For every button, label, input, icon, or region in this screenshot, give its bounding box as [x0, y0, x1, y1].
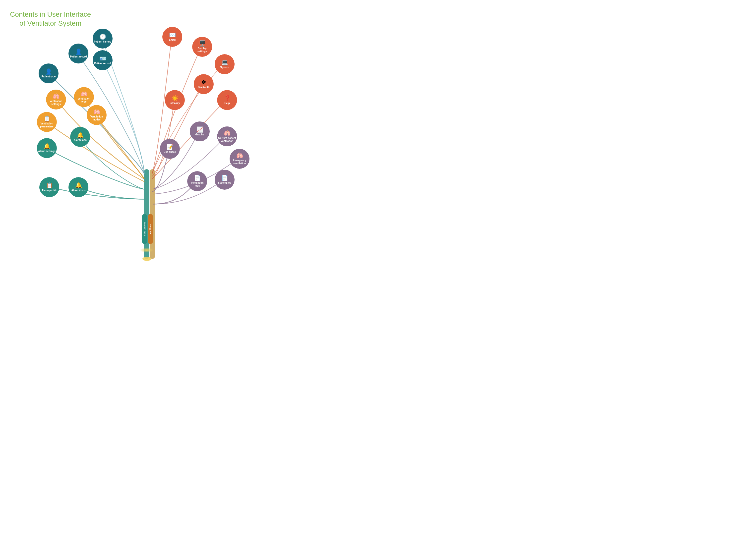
- patient-record2-label: Patient record: [93, 62, 112, 65]
- use-check-icon: 📝: [166, 144, 173, 150]
- alarm-profile-label: Alarm profile: [41, 189, 58, 192]
- ventilation-settings-node[interactable]: 🫁 Ventilation settings: [46, 89, 66, 109]
- bluetooth-label: Bluetooth: [197, 86, 211, 89]
- ventilation-params-icon: 📋: [44, 116, 50, 122]
- intensity-label: Intensity: [169, 102, 181, 105]
- system-label: System: [219, 66, 230, 69]
- system-log-icon: 📄: [221, 175, 228, 181]
- email-icon: ✉️: [169, 32, 176, 38]
- graphs-node[interactable]: 📈 Graphs: [190, 122, 210, 141]
- ventilation-modes-node[interactable]: 🫁 Ventilation modes: [87, 105, 107, 125]
- patient-record2-node[interactable]: 🪪 Patient record: [93, 50, 112, 70]
- patient-record-teal-node[interactable]: 👤 Patient record: [69, 44, 88, 63]
- ventilation-params-node[interactable]: 📋 Ventilation parameters: [37, 112, 57, 132]
- bluetooth-icon: ✽: [202, 80, 206, 85]
- system-log-label: System log: [217, 182, 232, 184]
- alarm-items-node[interactable]: 🔔 Alarm items: [69, 177, 88, 197]
- intensity-node[interactable]: ☀️ Intensity: [165, 90, 185, 110]
- alarm-items-icon: 🔔: [75, 183, 82, 188]
- use-check-label: Use check: [162, 151, 177, 154]
- alarm-settings-label: Alarm settings: [37, 150, 56, 153]
- emergency-vent-node[interactable]: 🫁 Emergency ventilation: [230, 149, 250, 169]
- patient-history-label: Patient history: [93, 40, 112, 43]
- ventilation-logs-icon: 📄: [194, 175, 201, 181]
- svg-point-2: [143, 257, 151, 261]
- patient-type-node[interactable]: 👤 Patient type: [38, 63, 58, 83]
- ventilation-settings-icon: 🫁: [53, 94, 59, 99]
- display-settings-icon: 🖥️: [199, 41, 206, 46]
- email-node[interactable]: ✉️ Email: [162, 27, 182, 47]
- help-label: Help: [223, 102, 231, 105]
- alarm-profile-icon: 📋: [46, 183, 53, 188]
- display-settings-node[interactable]: 🖥️ Display settings: [192, 37, 212, 57]
- alarm-logs-icon: 🔔: [77, 132, 84, 138]
- current-patient-icon: 🫁: [224, 130, 231, 136]
- ventilation-type-icon: 🫁: [81, 91, 87, 97]
- patient-record2-icon: 🪪: [99, 56, 106, 61]
- emergency-vent-label: Emergency ventilation: [230, 159, 250, 165]
- ventilation-settings-label: Ventilation settings: [46, 100, 66, 106]
- patient-history-node[interactable]: 🕐 Patient history: [93, 29, 112, 49]
- ventilation-modes-label: Ventilation modes: [87, 115, 107, 121]
- facilities-label: Facilities: [148, 214, 153, 244]
- core-options-label: Core Options: [142, 214, 148, 244]
- patient-type-label: Patient type: [41, 75, 57, 78]
- alarm-logs-node[interactable]: 🔔 Alarm logs: [70, 127, 90, 147]
- help-icon: ❓: [224, 96, 231, 101]
- alarm-settings-node[interactable]: 🔔 Alarm settings: [37, 138, 57, 158]
- ventilation-params-label: Ventilation parameters: [37, 122, 57, 128]
- email-label: Email: [168, 38, 177, 42]
- use-check-node[interactable]: 📝 Use check: [160, 139, 180, 159]
- current-patient-node[interactable]: 🫁 Current patient ventilation: [217, 127, 237, 146]
- system-icon: 💻: [221, 60, 228, 65]
- ventilation-type-label: Ventilation type: [74, 97, 94, 103]
- ventilation-logs-label: Ventilation logs: [187, 182, 207, 187]
- system-log-node[interactable]: 📄 System log: [215, 170, 235, 190]
- help-node[interactable]: ❓ Help: [217, 90, 237, 110]
- patient-type-icon: 👤: [45, 69, 52, 74]
- page-title: Contents in User Interface of Ventilator…: [10, 10, 91, 28]
- intensity-icon: ☀️: [172, 96, 178, 101]
- graphs-icon: 📈: [197, 127, 203, 132]
- ventilation-type-node[interactable]: 🫁 Ventilation type: [74, 87, 94, 107]
- ventilation-logs-node[interactable]: 📄 Ventilation logs: [187, 171, 207, 191]
- alarm-profile-node[interactable]: 📋 Alarm profile: [39, 177, 59, 197]
- display-settings-label: Display settings: [192, 47, 212, 53]
- ventilation-modes-icon: 🫁: [93, 109, 100, 114]
- emergency-vent-icon: 🫁: [236, 153, 243, 158]
- patient-record-teal-icon: 👤: [75, 49, 82, 54]
- alarm-logs-label: Alarm logs: [73, 139, 88, 142]
- patient-record-teal-label: Patient record: [69, 55, 88, 58]
- alarm-settings-icon: 🔔: [44, 143, 50, 149]
- bluetooth-node[interactable]: ✽ Bluetooth: [194, 74, 214, 94]
- patient-history-icon: 🕐: [99, 34, 106, 39]
- current-patient-label: Current patient ventilation: [217, 137, 237, 142]
- alarm-items-label: Alarm items: [70, 189, 86, 192]
- system-node[interactable]: 💻 System: [215, 54, 235, 74]
- graphs-label: Graphs: [194, 133, 205, 136]
